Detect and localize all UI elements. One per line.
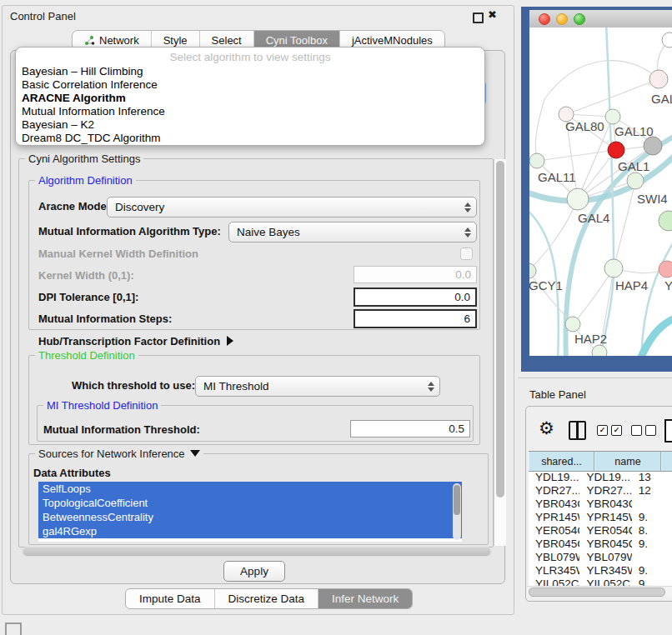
table-row[interactable]: YDR27...YDR27...12 — [529, 484, 672, 498]
dock-grip-icon[interactable] — [5, 622, 22, 635]
stepper-icon — [424, 382, 438, 392]
checked-box-icon[interactable]: ✓ — [597, 425, 608, 436]
dropdown-item[interactable]: Bayesian – Hill Climbing — [16, 65, 484, 78]
network-node-gal1[interactable] — [608, 142, 624, 158]
close-traffic-light-icon[interactable] — [539, 13, 550, 25]
attributes-list-scrollbar[interactable] — [453, 483, 461, 540]
table-cell: YBL079W — [529, 551, 579, 564]
dropdown-item[interactable]: Bayesian – K2 — [16, 118, 484, 132]
network-node-gal4[interactable] — [567, 188, 589, 210]
network-node-label: SWI4 — [637, 192, 668, 206]
network-node-y[interactable] — [659, 261, 672, 278]
network-node-gal10[interactable] — [605, 109, 620, 124]
unchecked-box-icon[interactable] — [645, 425, 656, 436]
table-cell: YDR27... — [529, 484, 579, 498]
dropdown-item[interactable]: Basic Correlation Inference — [16, 78, 484, 92]
dropdown-placeholder: Select algorithm to view settings — [16, 49, 484, 65]
table-row[interactable]: YER054CYER054C8. — [529, 524, 672, 538]
mi-algorithm-type-label: Mutual Information Algorithm Type: — [38, 225, 221, 238]
page-icon[interactable] — [664, 419, 672, 442]
gear-icon[interactable]: ⚙ — [539, 418, 554, 438]
mi-steps-label: Mutual Information Steps: — [38, 312, 172, 325]
table-row[interactable]: YBR045CYBR045C9. — [529, 538, 672, 551]
network-node[interactable] — [592, 345, 607, 356]
network-node-label: Y — [664, 278, 672, 292]
dropdown-item[interactable]: Dream8 DC_TDC Algorithm — [16, 132, 484, 145]
hub-definition-disclosure[interactable]: Hub/Transcription Factor Definition — [38, 335, 233, 348]
aracne-mode-select[interactable]: Discovery — [107, 197, 477, 218]
network-node-label: HAP4 — [615, 278, 648, 292]
table-column-header[interactable]: A — [661, 452, 672, 471]
network-window-titlebar[interactable] — [529, 10, 672, 28]
table-cell: 9. — [632, 564, 672, 578]
table-row[interactable]: YBL079WYBL079W — [529, 551, 672, 564]
attribute-list-item[interactable]: SelfLoops — [38, 482, 462, 496]
table-row[interactable]: YLR345WYLR345W9. — [529, 564, 672, 578]
minimize-traffic-light-icon[interactable] — [556, 13, 568, 25]
table-column-header[interactable]: name — [594, 452, 661, 471]
network-node-gal11[interactable] — [529, 153, 544, 168]
apply-button[interactable]: Apply — [223, 561, 285, 582]
network-canvas[interactable]: GALGAL80GAL10GAL1GAL11SWI4GAL4GCY1HAP4YH… — [529, 28, 672, 356]
table-row[interactable]: YDL19...YDL19...13 — [529, 471, 672, 484]
table-cell: 9. — [632, 578, 672, 586]
table-column-header[interactable]: shared... — [529, 452, 594, 471]
bottom-tab-infer-network[interactable]: Infer Network — [318, 589, 412, 608]
table-row[interactable]: YPR145WYPR145W9. — [529, 511, 672, 524]
bottom-tab-discretize-data[interactable]: Discretize Data — [214, 589, 318, 608]
dropdown-item[interactable]: Mutual Information Inference — [16, 105, 484, 118]
network-node-label: GAL1 — [618, 159, 649, 173]
mutual-information-threshold-input[interactable]: 0.5 — [350, 420, 470, 438]
which-threshold-select[interactable]: MI Threshold — [195, 376, 440, 397]
network-node-swi4[interactable] — [627, 172, 644, 189]
table-cell: YPR145W — [529, 511, 579, 524]
table-cell: YER054C — [579, 524, 631, 538]
network-node-gal[interactable] — [649, 70, 668, 88]
close-icon[interactable]: ✖ — [488, 8, 497, 21]
data-attributes-list: SelfLoopsTopologicalCoefficientBetweenne… — [38, 482, 462, 542]
table-cell: 9. — [632, 511, 672, 524]
dropdown-item[interactable]: ARACNE Algorithm — [16, 92, 484, 105]
mi-steps-input[interactable]: 6 — [354, 309, 477, 328]
dpi-tolerance-input[interactable]: 0.0 — [354, 288, 477, 307]
network-node[interactable] — [644, 137, 662, 155]
network-node[interactable] — [662, 32, 672, 48]
zoom-traffic-light-icon[interactable] — [574, 13, 585, 25]
table-cell: YBR045C — [579, 538, 631, 551]
attribute-list-item[interactable]: TopologicalCoefficient — [38, 496, 462, 510]
attribute-list-item[interactable]: BetweennessCentrality — [38, 510, 462, 524]
sources-disclosure[interactable]: Sources for Network Inference — [35, 448, 203, 460]
table-cell: 9. — [632, 538, 672, 551]
manual-kernel-width-label: Manual Kernel Width Definition — [38, 248, 198, 260]
float-window-icon[interactable] — [473, 12, 484, 23]
table-row[interactable]: YBR043CYBR043C — [529, 498, 672, 511]
unchecked-box-icon[interactable] — [631, 425, 642, 436]
network-node-gcy1[interactable] — [529, 263, 536, 278]
table-cell: YIL052C — [529, 578, 579, 586]
dpi-tolerance-label: DPI Tolerance [0,1]: — [38, 291, 138, 303]
bottom-tab-impute-data[interactable]: Impute Data — [126, 589, 214, 608]
network-node-hap4[interactable] — [604, 259, 623, 278]
network-node-label: GAL11 — [538, 170, 576, 184]
kernel-width-input[interactable]: 0.0 — [354, 266, 477, 283]
table-cell: YDL19... — [579, 471, 631, 484]
network-node-hap2[interactable] — [565, 317, 580, 332]
table-cell: YDL19... — [529, 471, 579, 484]
table-row[interactable]: YIL052CYIL052C9. — [529, 578, 672, 586]
table-cell: YPR145W — [579, 511, 631, 524]
stepper-icon — [461, 228, 474, 238]
which-threshold-label: Which threshold to use: — [72, 379, 195, 392]
network-node[interactable] — [659, 211, 672, 231]
mutual-information-threshold-label: Mutual Information Threshold: — [43, 423, 200, 436]
settings-scrollbar[interactable] — [494, 159, 506, 546]
split-columns-icon[interactable] — [569, 421, 586, 440]
attribute-list-item[interactable]: gal4RGexp — [38, 524, 462, 538]
table-horizontal-scrollbar[interactable] — [527, 586, 672, 597]
mi-algorithm-type-select[interactable]: Naive Bayes — [228, 222, 477, 242]
settings-horizontal-scrollbar[interactable] — [22, 547, 492, 557]
table-cell: YIL052C — [579, 578, 631, 586]
control-panel-title: Control Panel — [10, 10, 76, 22]
network-node-label: GAL80 — [565, 119, 604, 133]
checked-box-icon[interactable]: ✓ — [611, 425, 622, 436]
manual-kernel-width-checkbox[interactable] — [460, 248, 473, 260]
